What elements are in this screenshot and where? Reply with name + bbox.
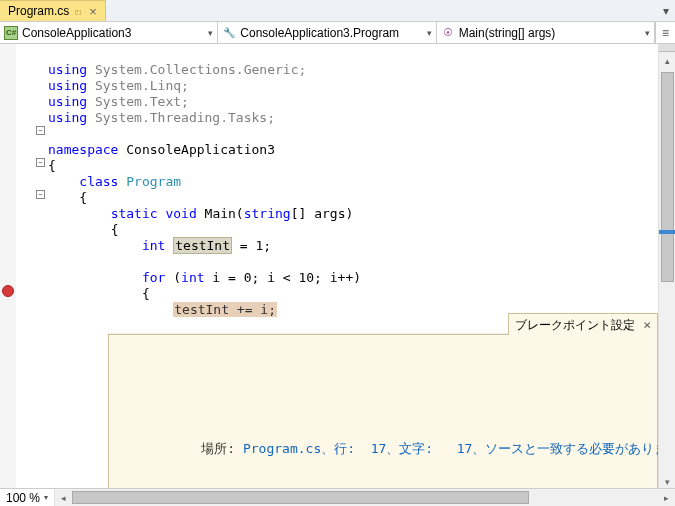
nav-method-text: Main(string[] args) (459, 26, 641, 40)
chevron-down-icon[interactable]: ▾ (44, 493, 48, 502)
file-tab[interactable]: Program.cs ⏍ × (0, 0, 106, 21)
code-token: ( (165, 270, 181, 285)
tab-bar-spacer (106, 0, 661, 21)
scrollbar-marker (659, 230, 675, 234)
pin-icon[interactable]: ⏍ (75, 6, 81, 17)
breakpoint-settings-panel: ブレークポイント設定 × 場所: Program.cs、行: 17、文字: 17… (108, 334, 658, 490)
code-token: ConsoleApplication3 (118, 142, 275, 157)
navigation-bar: C# ConsoleApplication3 ▾ 🔧 ConsoleApplic… (0, 22, 675, 44)
code-token: System.Linq; (87, 78, 189, 93)
nav-method-dropdown[interactable]: ⦿ Main(string[] args) ▾ (437, 22, 655, 43)
horizontal-scrollbar[interactable]: ◂ ▸ (54, 489, 675, 506)
code-token: Program (118, 174, 181, 189)
code-token: int (142, 238, 165, 253)
tab-label: Program.cs (8, 4, 69, 18)
chevron-down-icon[interactable]: ▾ (645, 28, 650, 38)
nav-scope-text: ConsoleApplication3 (22, 26, 204, 40)
code-token: System.Collections.Generic; (87, 62, 306, 77)
code-token: System.Threading.Tasks; (87, 110, 275, 125)
scrollbar-track[interactable] (72, 489, 658, 506)
code-token: { (111, 222, 119, 237)
location-label: 場所: (201, 441, 243, 456)
tabs-overflow-icon[interactable]: ▾ (661, 4, 671, 18)
code-token: using (48, 62, 87, 77)
breakpoint-location: 場所: Program.cs、行: 17、文字: 17、ソースと一致する必要があ… (123, 425, 643, 473)
close-icon[interactable]: × (643, 317, 651, 333)
nav-class-text: ConsoleApplication3.Program (240, 26, 422, 40)
code-token: Main( (197, 206, 244, 221)
code-token: void (165, 206, 196, 221)
scroll-up-icon[interactable]: ▴ (659, 52, 675, 69)
code-token: i = 0; i < 10; i++) (205, 270, 362, 285)
scroll-right-icon[interactable]: ▸ (658, 493, 675, 503)
code-token: { (48, 158, 56, 173)
code-token: [] args) (291, 206, 354, 221)
code-token: using (48, 94, 87, 109)
breakpoint-line-highlight: testInt += i; (173, 302, 277, 317)
code-token: string (244, 206, 291, 221)
csharp-project-icon: C# (4, 26, 18, 40)
code-token: using (48, 110, 87, 125)
code-token: { (142, 286, 150, 301)
breakpoint-icon[interactable] (2, 285, 14, 297)
split-editor-icon[interactable]: ≡ (655, 22, 675, 43)
nav-class-dropdown[interactable]: 🔧 ConsoleApplication3.Program ▾ (218, 22, 436, 43)
code-token: namespace (48, 142, 118, 157)
zoom-value: 100 % (6, 491, 40, 505)
code-token: class (79, 174, 118, 189)
code-token: for (142, 270, 165, 285)
code-token: { (79, 190, 87, 205)
code-token: System.Text; (87, 94, 189, 109)
editor-gutter: − − − (0, 44, 44, 490)
code-token: = 1; (232, 238, 271, 253)
breakpoint-panel-header: ブレークポイント設定 × (508, 313, 658, 335)
method-icon: ⦿ (441, 26, 455, 40)
tab-close-icon[interactable]: × (89, 4, 97, 19)
highlighted-symbol: testInt (173, 237, 232, 254)
class-icon: 🔧 (222, 26, 236, 40)
status-bar: 100 % ▾ ◂ ▸ (0, 488, 675, 506)
vertical-scrollbar[interactable]: ▴ ▾ (658, 44, 675, 490)
location-value: Program.cs、行: 17、文字: 17、ソースと一致する必要があります (243, 441, 658, 456)
code-token: using (48, 78, 87, 93)
split-handle[interactable] (659, 44, 675, 52)
code-editor[interactable]: using System.Collections.Generic; using … (44, 44, 658, 490)
scroll-left-icon[interactable]: ◂ (55, 493, 72, 503)
breakpoint-panel-title: ブレークポイント設定 (515, 317, 635, 333)
chevron-down-icon[interactable]: ▾ (208, 28, 213, 38)
chevron-down-icon[interactable]: ▾ (427, 28, 432, 38)
scrollbar-thumb[interactable] (661, 72, 674, 282)
zoom-dropdown[interactable]: 100 % ▾ (0, 491, 54, 505)
scrollbar-thumb[interactable] (72, 491, 529, 504)
nav-scope-dropdown[interactable]: C# ConsoleApplication3 ▾ (0, 22, 218, 43)
code-token: int (181, 270, 204, 285)
breakpoint-margin[interactable] (0, 44, 16, 490)
code-token: static (111, 206, 158, 221)
